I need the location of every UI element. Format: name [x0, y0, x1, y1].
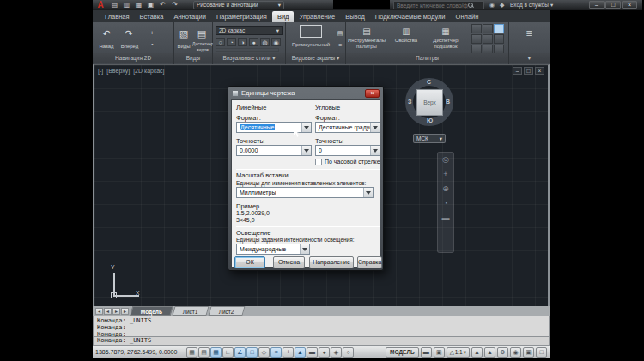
- doc-close-button[interactable]: ×: [535, 67, 544, 75]
- vstyle-icon[interactable]: ◑: [238, 38, 247, 46]
- osnap3d-toggle[interactable]: ◇: [258, 347, 270, 358]
- cleanscreen-icon[interactable]: □: [536, 347, 547, 358]
- panel-label-windows-partial[interactable]: ▾: [509, 53, 550, 63]
- quickview-drawings-icon[interactable]: ▣: [434, 347, 445, 358]
- osnap-toggle[interactable]: □: [246, 347, 258, 358]
- clockwise-checkbox[interactable]: [315, 159, 322, 165]
- snap-toggle[interactable]: ▤: [198, 347, 210, 358]
- zoom-previous-icon[interactable]: ↶: [98, 26, 115, 41]
- annotation-scale-control[interactable]: △ 1:1 ▾: [447, 347, 470, 358]
- lock-icon[interactable]: ◉: [510, 347, 521, 358]
- tab-parametric[interactable]: Параметризация: [211, 11, 272, 22]
- search-input[interactable]: [394, 3, 468, 9]
- first-tab-button[interactable]: ◄: [95, 308, 103, 315]
- tab-insert[interactable]: Вставка: [135, 11, 169, 22]
- tab-annotate[interactable]: Аннотации: [168, 11, 211, 22]
- viewcube-north[interactable]: С: [427, 79, 431, 85]
- open-icon[interactable]: ▥: [122, 1, 131, 9]
- quickview-layouts-icon[interactable]: ▬: [421, 347, 432, 358]
- lwt-toggle[interactable]: ▬: [307, 347, 318, 358]
- viewcube-east[interactable]: В: [446, 99, 450, 105]
- otrack-toggle[interactable]: ≡: [270, 347, 282, 358]
- signin-services[interactable]: Вход в службы ▾: [510, 1, 553, 9]
- search-icon[interactable]: [468, 3, 474, 9]
- view-manager-icon[interactable]: ▤: [194, 26, 210, 41]
- zoom-next-icon[interactable]: ↷: [120, 26, 137, 41]
- grid-toggle[interactable]: ▦: [210, 347, 222, 358]
- panel-label-navigation[interactable]: Навигация 2D: [93, 53, 173, 63]
- pan-icon[interactable]: +: [443, 171, 447, 178]
- command-input-line[interactable]: Команда: _UNITS: [93, 337, 550, 346]
- combo-arrow-button[interactable]: [300, 244, 309, 254]
- workspace-dropdown[interactable]: Рисование и аннотации ▾: [193, 1, 284, 9]
- properties-label[interactable]: Свойства: [387, 38, 425, 44]
- combo-arrow-button[interactable]: [301, 146, 311, 155]
- next-tab-button[interactable]: ►: [112, 308, 120, 315]
- visual-style-dropdown[interactable]: 2D каркас ▾: [216, 26, 283, 35]
- plot-icon[interactable]: ▣: [146, 1, 155, 9]
- new-icon[interactable]: ▤: [110, 1, 119, 9]
- vstyle-icon[interactable]: ◉: [271, 38, 281, 46]
- cancel-button[interactable]: Отмена: [273, 256, 305, 268]
- app-menu-button[interactable]: A: [94, 0, 106, 9]
- viewcube-wcs-menu[interactable]: МСК ▾: [413, 134, 446, 143]
- command-history[interactable]: Команда: _UNITS Команда: Команда:: [93, 316, 550, 337]
- join-viewports-icon[interactable]: ≡: [336, 38, 344, 53]
- last-tab-button[interactable]: ►: [121, 308, 129, 315]
- doc-restore-button[interactable]: □: [524, 67, 533, 75]
- dyn-toggle[interactable]: ▲: [295, 347, 306, 358]
- tab-output[interactable]: Вывод: [340, 11, 370, 22]
- viewport-visual-style-control[interactable]: [2D каркас]: [133, 68, 164, 74]
- named-views-icon[interactable]: ▧: [176, 26, 191, 41]
- combo-arrow-button[interactable]: [363, 188, 373, 197]
- panel-label-palettes[interactable]: Палитры: [346, 53, 508, 63]
- tab-plugins[interactable]: Подключаемые модули: [370, 11, 451, 22]
- views-button-label[interactable]: Виды: [174, 44, 193, 50]
- palette-icon-active[interactable]: [494, 24, 504, 33]
- minimize-button[interactable]: –: [589, 1, 605, 9]
- autoscale-icon[interactable]: ▲: [484, 347, 495, 358]
- linear-format-combobox[interactable]: Десятичные: [236, 122, 312, 133]
- ducs-toggle[interactable]: +: [283, 347, 294, 358]
- tpy-toggle[interactable]: ●: [319, 347, 330, 358]
- panel-label-views[interactable]: Виды: [174, 53, 212, 63]
- vstyle-icon[interactable]: ◔: [227, 38, 236, 46]
- tab-view[interactable]: Вид: [272, 11, 295, 22]
- exchange-icon[interactable]: ◉: [489, 1, 495, 9]
- view-manager-label[interactable]: Диспетчер видов: [192, 41, 213, 53]
- panel-label-visual-styles[interactable]: Визуальные стили ▾: [213, 53, 285, 63]
- tab-layout2[interactable]: Лист2: [208, 306, 245, 316]
- viewcube-west[interactable]: З: [408, 99, 411, 105]
- dialog-title-bar[interactable]: Единицы чертежа ×: [229, 87, 382, 99]
- direction-button[interactable]: Направление: [309, 256, 354, 268]
- sheet-set-manager-label[interactable]: Диспетчер подшивок: [427, 38, 465, 50]
- workspace-gear-icon[interactable]: ⚙: [497, 347, 508, 358]
- orbit-icon[interactable]: ◔: [443, 200, 447, 208]
- qp-toggle[interactable]: ◈: [331, 347, 342, 358]
- undo-icon[interactable]: ↶: [158, 1, 167, 9]
- showmotion-icon[interactable]: ▬: [442, 214, 450, 222]
- combo-arrow-button[interactable]: [301, 123, 311, 132]
- help-button[interactable]: Справка: [357, 256, 382, 268]
- panel-label-viewports[interactable]: Видовые экраны ▾: [286, 53, 345, 63]
- orbit-icon[interactable]: ◔: [146, 38, 158, 53]
- angular-format-combobox[interactable]: Десятичные градусы: [315, 122, 380, 133]
- performance-icon[interactable]: ▣: [523, 347, 534, 358]
- redo-icon[interactable]: ↷: [170, 1, 179, 9]
- close-button[interactable]: ×: [622, 1, 637, 9]
- vstyle-icon[interactable]: ◍: [260, 38, 270, 46]
- combo-arrow-button[interactable]: [370, 146, 380, 155]
- model-space-button[interactable]: МОДЕЛЬ: [386, 347, 419, 358]
- combo-arrow-button[interactable]: [370, 123, 380, 132]
- viewport-minimize-control[interactable]: [-]: [98, 68, 103, 74]
- insertion-units-combobox[interactable]: Миллиметры: [236, 187, 374, 198]
- vstyle-icon[interactable]: ●: [249, 38, 258, 46]
- steering-wheel-icon[interactable]: ◎: [442, 156, 449, 164]
- annotation-visibility-icon[interactable]: ▲: [471, 347, 483, 358]
- palette-icon[interactable]: [471, 24, 482, 33]
- ok-button[interactable]: ОК: [234, 256, 265, 268]
- zoom-icon[interactable]: ⊕: [442, 185, 449, 193]
- tab-model[interactable]: Модель: [130, 306, 173, 316]
- rectangular-viewport-icon[interactable]: [300, 25, 322, 38]
- viewport-rect-label[interactable]: Прямоугольный: [288, 42, 334, 48]
